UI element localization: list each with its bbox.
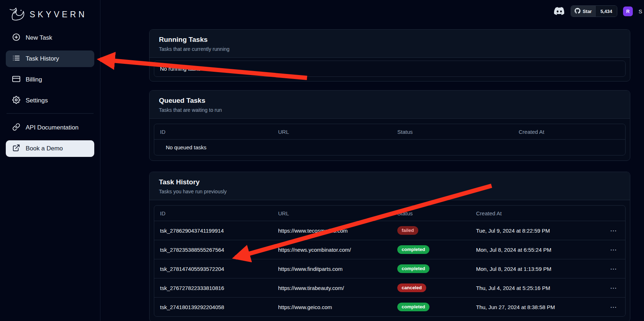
sidebar-divider xyxy=(7,113,94,114)
row-actions-button[interactable]: ⋯ xyxy=(602,303,625,311)
sidebar-item-label: Book a Demo xyxy=(26,145,63,152)
gear-icon xyxy=(12,96,20,106)
sidebar-item-settings[interactable]: Settings xyxy=(6,92,94,109)
task-url: https://www.tecosmetics.com xyxy=(278,228,397,234)
avatar[interactable]: R xyxy=(623,6,633,16)
sidebar-item-label: Task History xyxy=(26,55,59,62)
github-star-button[interactable]: Star xyxy=(571,6,595,17)
card-title: Queued Tasks xyxy=(159,97,621,105)
table-row[interactable]: tsk_278235388555267564 https://news.ycom… xyxy=(154,240,625,259)
queued-table-header: ID URL Status Created At xyxy=(154,124,625,139)
github-icon xyxy=(575,8,580,15)
main-content: Running Tasks Tasks that are currently r… xyxy=(149,29,630,321)
task-id: tsk_278235388555267564 xyxy=(160,247,278,253)
task-id: tsk_274180139292204058 xyxy=(160,304,278,310)
running-tasks-card: Running Tasks Tasks that are currently r… xyxy=(149,29,630,82)
card-title: Running Tasks xyxy=(159,36,621,44)
sidebar-item-api-documentation[interactable]: API Documentation xyxy=(6,119,94,136)
task-id: tsk_278629043741199914 xyxy=(160,228,278,234)
task-created-at: Thu, Jun 27, 2024 at 8:38:58 PM xyxy=(476,304,602,310)
github-star-label: Star xyxy=(583,9,592,14)
status-badge: completed xyxy=(397,303,429,311)
task-url: https://www.geico.com xyxy=(278,304,397,310)
running-empty-state: No running tasks xyxy=(154,61,625,76)
queued-tasks-header: Queued Tasks Tasks that are waiting to r… xyxy=(150,91,630,119)
task-created-at: Thu, Jul 4, 2024 at 5:25:16 PM xyxy=(476,285,602,291)
sidebar-item-book-a-demo[interactable]: Book a Demo xyxy=(6,140,94,157)
user-label: S xyxy=(639,8,642,14)
table-row[interactable]: tsk_274180139292204058 https://www.geico… xyxy=(154,297,625,316)
task-history-card: Task History Tasks you have run previous… xyxy=(149,172,630,321)
card-subtitle: Tasks that are waiting to run xyxy=(159,107,621,113)
column-header-created-at: Created At xyxy=(476,210,602,216)
card-subtitle: Tasks that are currently running xyxy=(159,46,621,52)
running-tasks-header: Running Tasks Tasks that are currently r… xyxy=(150,30,630,58)
status-badge: completed xyxy=(397,245,429,254)
plus-circle-icon xyxy=(12,33,20,43)
status-badge: completed xyxy=(397,264,429,273)
task-created-at: Mon, Jul 8, 2024 at 6:55:24 PM xyxy=(476,247,602,253)
sidebar-item-label: API Documentation xyxy=(26,124,78,131)
brand-name: SKYVERN xyxy=(30,10,87,19)
link-icon xyxy=(12,123,20,133)
discord-icon[interactable] xyxy=(554,7,565,16)
skyvern-dragon-icon xyxy=(8,6,27,23)
task-id: tsk_276727822333810816 xyxy=(160,285,278,291)
credit-card-icon xyxy=(12,75,20,85)
status-badge: failed xyxy=(397,226,418,235)
table-row[interactable]: tsk_278147405593572204 https://www.findi… xyxy=(154,259,625,278)
task-url: https://news.ycombinator.com/ xyxy=(278,247,397,253)
task-id: tsk_278147405593572204 xyxy=(160,266,278,272)
column-header-url: URL xyxy=(278,129,397,135)
history-table-header: ID URL Status Created At xyxy=(154,206,625,221)
sidebar-item-new-task[interactable]: New Task xyxy=(6,30,94,46)
column-header-id: ID xyxy=(160,210,278,216)
sidebar-item-billing[interactable]: Billing xyxy=(6,71,94,88)
topbar: Star 5,434 R S xyxy=(100,5,644,17)
sidebar-item-label: Settings xyxy=(26,97,48,104)
row-actions-button[interactable]: ⋯ xyxy=(602,246,625,254)
table-row[interactable]: tsk_276727822333810816 https://www.tirab… xyxy=(154,278,625,297)
task-history-header: Task History Tasks you have run previous… xyxy=(150,172,630,200)
column-header-url: URL xyxy=(278,210,397,216)
task-created-at: Mon, Jul 8, 2024 at 1:13:59 PM xyxy=(476,266,602,272)
column-header-created-at: Created At xyxy=(519,129,625,135)
sidebar-item-label: New Task xyxy=(26,34,52,41)
task-url: https://www.finditparts.com xyxy=(278,266,397,272)
table-row[interactable]: tsk_278629043741199914 https://www.tecos… xyxy=(154,221,625,240)
sidebar-item-label: Billing xyxy=(26,76,42,83)
row-actions-button[interactable]: ⋯ xyxy=(602,284,625,292)
sidebar-item-task-history[interactable]: Task History xyxy=(6,50,94,67)
external-link-icon xyxy=(12,144,20,154)
github-star-widget: Star 5,434 xyxy=(571,5,617,17)
row-actions-button[interactable]: ⋯ xyxy=(602,227,625,235)
card-title: Task History xyxy=(159,178,621,186)
queued-tasks-card: Queued Tasks Tasks that are waiting to r… xyxy=(149,90,630,161)
task-url: https://www.tirabeauty.com/ xyxy=(278,285,397,291)
github-star-count[interactable]: 5,434 xyxy=(595,6,617,17)
card-subtitle: Tasks you have run previously xyxy=(159,189,621,194)
task-created-at: Tue, Jul 9, 2024 at 8:22:59 PM xyxy=(476,228,602,234)
queued-empty-state: No queued tasks xyxy=(154,139,625,155)
list-icon xyxy=(12,54,20,64)
column-header-status: Status xyxy=(397,129,519,135)
skyvern-logo[interactable]: SKYVERN xyxy=(6,4,94,30)
column-header-id: ID xyxy=(160,129,278,135)
row-actions-button[interactable]: ⋯ xyxy=(602,265,625,273)
status-badge: canceled xyxy=(397,283,426,292)
column-header-status: Status xyxy=(397,210,476,216)
sidebar: SKYVERN New Task Task History Billing xyxy=(0,0,100,321)
